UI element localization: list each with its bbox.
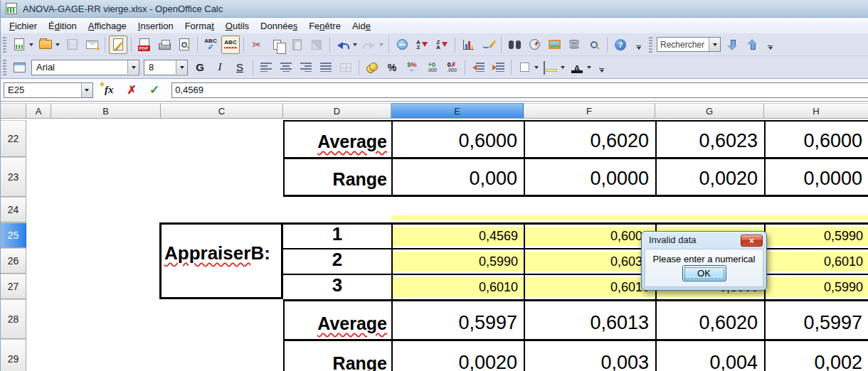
row-header-24[interactable]: 24 (1, 197, 26, 222)
align-right-button[interactable] (297, 58, 315, 77)
column-header-g[interactable]: G (655, 103, 764, 119)
standard-format-button[interactable]: $%⇦ (403, 58, 421, 77)
row-header-25-selected[interactable]: 25 (1, 222, 26, 248)
menu-outils[interactable]: Outils (220, 19, 255, 33)
accept-icon[interactable]: ✓ (149, 82, 159, 97)
cell-h22[interactable]: 0,6000 (764, 120, 868, 157)
edit-mode-button[interactable] (109, 36, 127, 54)
formatting-gripper[interactable] (3, 60, 6, 75)
paste-button[interactable] (287, 36, 306, 54)
zoom-button[interactable] (585, 36, 603, 54)
appraiser-b-label-cell[interactable]: Appraiser B: (159, 222, 283, 299)
search-input[interactable] (657, 38, 709, 50)
menu-fenetre[interactable]: Fenêtre (303, 19, 346, 33)
column-header-b[interactable]: B (51, 103, 161, 119)
cell-f28[interactable]: 0,6013 (524, 299, 655, 339)
column-header-f[interactable]: F (524, 103, 655, 119)
row-header-28[interactable]: 28 (1, 299, 26, 339)
undo-dropdown-arrow[interactable] (353, 43, 357, 46)
align-left-button[interactable] (257, 58, 275, 77)
insert-chart-button[interactable] (459, 36, 477, 54)
row-header-23[interactable]: 23 (1, 157, 26, 197)
find-next-button[interactable] (723, 36, 741, 54)
reject-icon[interactable]: ✗ (127, 83, 136, 97)
find-toolbar-gripper[interactable] (649, 37, 652, 53)
menu-affichage[interactable]: Affichage (83, 19, 132, 33)
cell-h23[interactable]: 0,0000 (764, 157, 868, 197)
name-box-dropdown-button[interactable] (81, 83, 92, 97)
column-header-d[interactable]: D (283, 103, 391, 119)
copy-button[interactable] (268, 36, 286, 54)
menu-insertion[interactable]: Insertion (132, 19, 179, 33)
redo-dropdown-arrow[interactable] (379, 43, 383, 46)
cell-h26[interactable]: 0,6010 (764, 248, 868, 274)
cell-h29[interactable]: 0,002 (764, 339, 868, 371)
cell-g22[interactable]: 0,6023 (655, 120, 764, 157)
cell-d23-range[interactable]: Range (283, 157, 391, 197)
delete-decimal-button[interactable]: 0✗.000 (443, 58, 461, 77)
cell-e29[interactable]: 0,0020 (391, 339, 524, 371)
hyperlink-button[interactable] (393, 36, 411, 54)
menu-edition[interactable]: Édition (43, 19, 83, 33)
menu-aide[interactable]: Aide (346, 19, 376, 33)
cell-e28[interactable]: 0,5997 (391, 299, 524, 339)
cell-e22[interactable]: 0,6000 (391, 120, 524, 157)
cell-f22[interactable]: 0,6020 (524, 120, 655, 157)
select-all-corner[interactable] (1, 103, 26, 119)
save-button[interactable] (63, 36, 81, 54)
underline-button[interactable]: S (231, 58, 249, 77)
cell-h25[interactable]: 0,5990 (764, 222, 868, 248)
find-toolbar-overflow-button[interactable] (766, 37, 774, 53)
cell-g29[interactable]: 0,004 (655, 339, 764, 371)
cell-f25[interactable]: 0,6000 (524, 222, 655, 248)
styles-formatting-button[interactable] (10, 58, 28, 77)
add-decimal-button[interactable]: +0.000 (423, 58, 441, 77)
cell-f26[interactable]: 0,6030 (524, 248, 655, 274)
menu-format[interactable]: Format (179, 19, 220, 33)
cell-d27-trial3[interactable]: 3 (283, 274, 391, 299)
cell-d29-range[interactable]: Range (283, 339, 391, 371)
cell-d22-average[interactable]: Average (283, 120, 391, 157)
navigator-button[interactable] (525, 36, 544, 54)
cell-g28[interactable]: 0,6020 (655, 299, 764, 339)
column-header-a[interactable]: A (26, 103, 51, 119)
align-justify-button[interactable] (317, 58, 335, 77)
open-dropdown-arrow[interactable] (55, 43, 60, 46)
font-color-dropdown-arrow[interactable] (587, 66, 591, 69)
cell-e27[interactable]: 0,6010 (391, 274, 524, 299)
new-document-button[interactable] (10, 36, 28, 54)
increase-indent-button[interactable] (489, 58, 507, 77)
gallery-button[interactable] (545, 36, 563, 54)
column-header-e-selected[interactable]: E (391, 103, 524, 119)
font-size-combobox[interactable]: 8 (144, 60, 188, 75)
format-paintbrush-button[interactable] (307, 36, 326, 54)
export-pdf-button[interactable]: PDF (135, 36, 154, 54)
decrease-indent-button[interactable] (469, 58, 487, 77)
find-replace-button[interactable] (505, 36, 524, 54)
email-button[interactable] (83, 36, 101, 54)
cell-h27[interactable]: 0,5990 (764, 274, 868, 299)
sort-ascending-button[interactable]: AZ (413, 36, 431, 54)
row-header-26[interactable]: 26 (1, 248, 26, 274)
cell-f23[interactable]: 0,0000 (524, 157, 655, 197)
cell-f27[interactable]: 0,6010 (524, 274, 655, 299)
formula-input[interactable] (171, 82, 868, 98)
column-header-h[interactable]: H (764, 103, 868, 119)
font-name-dropdown-button[interactable] (127, 60, 139, 74)
name-box[interactable]: E25 (4, 82, 93, 98)
menu-donnees[interactable]: Données (255, 19, 303, 33)
borders-dropdown-arrow[interactable] (534, 66, 539, 69)
cut-button[interactable]: ✂ (248, 36, 266, 54)
redo-button[interactable] (360, 36, 379, 54)
font-color-button[interactable]: A (568, 58, 586, 77)
column-header-c[interactable]: C (161, 103, 283, 119)
cell-d26-trial2[interactable]: 2 (283, 248, 391, 274)
toolbar-overflow-button[interactable] (635, 37, 642, 53)
font-size-dropdown-button[interactable] (176, 60, 187, 74)
row-header-27[interactable]: 27 (1, 274, 26, 299)
merge-cells-button[interactable] (337, 58, 355, 77)
open-button[interactable] (36, 36, 55, 54)
row-header-29[interactable]: 29 (1, 339, 26, 371)
help-button[interactable]: ? (611, 36, 630, 54)
cell-e26[interactable]: 0,5990 (391, 248, 524, 274)
